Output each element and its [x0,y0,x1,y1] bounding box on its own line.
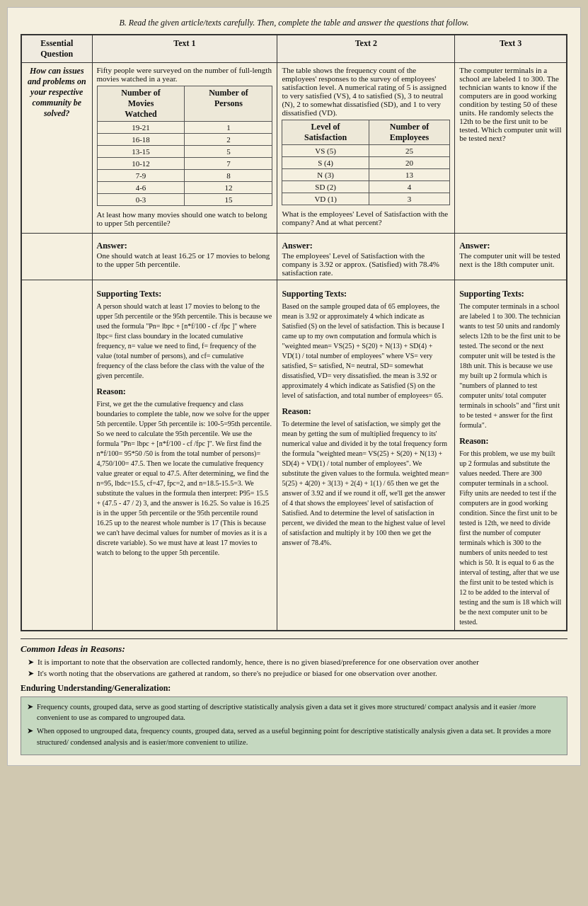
enduring-section: Enduring Understanding/Generalization: F… [21,683,567,755]
table-row: VS (5)25 [282,145,450,157]
list-item: It's worth noting that the observations … [28,669,567,677]
t2-col2-header: Number ofEmployees [369,120,449,145]
table-row: 13-155 [97,146,272,158]
t1-col2-header: Number ofPersons [185,86,272,122]
essential-question-cell: How can issues and problems on your resp… [21,63,92,234]
text2-question: What is the employees' Level of Satisfac… [282,210,450,226]
table-row: VD (1)3 [282,193,450,205]
main-table: EssentialQuestion Text 1 Text 2 Text 3 H… [21,34,567,631]
text3-main: The computer terminals in a school are l… [459,66,562,142]
main-content-row: How can issues and problems on your resp… [21,63,567,234]
table-row: SD (2)4 [282,181,450,193]
page: B. Read the given article/texts carefull… [7,7,581,766]
text1-cell: Fifty people were surveyed on the number… [92,63,277,234]
t1-col1-header: Number ofMoviesWatched [97,86,185,122]
table-row: 7-98 [97,170,272,182]
list-item: Frequency counts, grouped data, serve as… [27,701,561,723]
reason-text-3: For this problem, we use my built up 2 f… [459,449,562,627]
supporting-text-1: A person should watch at least 17 movies… [97,302,273,381]
col-header-text3: Text 3 [455,35,567,63]
answer-text-2: The employees' Level of Satisfaction wit… [282,251,439,277]
supporting-eq-cell [21,280,92,631]
common-ideas-list: It is important to note that the observa… [21,658,567,677]
list-item: It is important to note that the observa… [28,658,567,666]
supporting-title-1: Supporting Texts: [97,289,273,299]
essential-question-text: How can issues and problems on your resp… [28,66,86,118]
text2-cell: The table shows the frequency count of t… [277,63,455,234]
answer-row: Answer: One should watch at least 16.25 … [21,234,567,280]
table-row: S (4)20 [282,157,450,169]
supporting-text2-cell: Supporting Texts: Based on the sample gr… [277,280,455,631]
col-header-text2: Text 2 [277,35,455,63]
text1-inner-table: Number ofMoviesWatched Number ofPersons … [97,86,273,206]
t2-col1-header: Level ofSatisfaction [282,120,369,145]
answer-label-1: Answer: [97,241,273,251]
answer-text2-cell: Answer: The employees' Level of Satisfac… [277,234,455,280]
answer-label-2: Answer: [282,241,450,251]
table-row: 16-182 [97,134,272,146]
enduring-title: Enduring Understanding/Generalization: [21,683,567,694]
table-row: N (3)13 [282,169,450,181]
table-row: 10-127 [97,158,272,170]
table-row: 0-315 [97,194,272,206]
supporting-title-3: Supporting Texts: [459,289,562,299]
header-instruction: B. Read the given article/texts carefull… [21,18,567,28]
supporting-text-3: The computer terminals in a school are l… [459,302,562,430]
enduring-bullet-list: Frequency counts, grouped data, serve as… [27,701,561,747]
answer-text1-cell: Answer: One should watch at least 16.25 … [92,234,277,280]
supporting-title-2: Supporting Texts: [282,289,450,299]
list-item: When opposed to ungrouped data, frequenc… [27,726,561,747]
supporting-text-2: Based on the sample grouped data of 65 e… [282,302,450,401]
text3-cell: The computer terminals in a school are l… [455,63,567,234]
answer-label-3: Answer: [459,241,562,251]
common-ideas-section: Common Ideas in Reasons: It is important… [21,638,567,677]
reason-title-1: Reason: [97,386,273,397]
text1-intro: Fifty people were surveyed on the number… [97,66,273,83]
text2-inner-table: Level ofSatisfaction Number ofEmployees … [282,120,450,205]
col-header-eq: EssentialQuestion [21,35,92,63]
common-ideas-title: Common Ideas in Reasons: [21,643,567,655]
answer-eq-cell [21,234,92,280]
reason-title-2: Reason: [282,406,450,417]
text2-intro: The table shows the frequency count of t… [282,66,450,117]
supporting-text3-cell: Supporting Texts: The computer terminals… [455,280,567,631]
table-row: 19-211 [97,122,272,134]
reason-title-3: Reason: [459,436,562,447]
reason-text-2: To determine the level of satisfaction, … [282,419,450,548]
answer-text3-cell: Answer: The computer unit will be tested… [455,234,567,280]
answer-text-1: One should watch at least 16.25 or 17 mo… [97,251,270,268]
table-row: 4-612 [97,182,272,194]
reason-text-1: First, we get the the cumulative frequen… [97,399,273,558]
text1-question: At least how many movies should one watc… [97,210,273,227]
supporting-text1-cell: Supporting Texts: A person should watch … [92,280,277,631]
answer-text-3: The computer unit will be tested next is… [459,251,560,268]
supporting-row: Supporting Texts: A person should watch … [21,280,567,631]
col-header-text1: Text 1 [92,35,277,63]
enduring-box: Frequency counts, grouped data, serve as… [21,696,567,755]
